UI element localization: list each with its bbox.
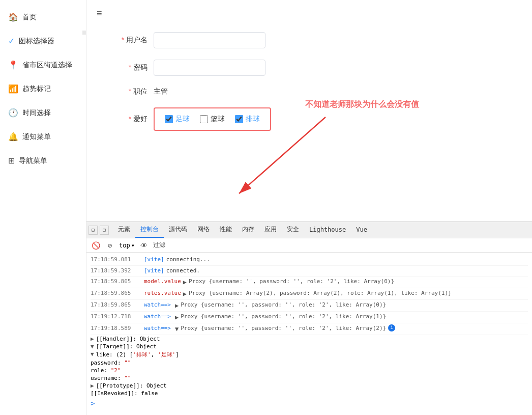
tree-arrow-prototype[interactable]: ▶: [91, 382, 94, 389]
log-arrow-3[interactable]: ▶: [183, 278, 187, 287]
clock-icon: 🕐: [8, 108, 18, 118]
sidebar-item-region-select[interactable]: 📍 省市区街道选择: [0, 53, 86, 77]
tab-network[interactable]: 网络: [192, 222, 215, 238]
username-label: * 用户名: [117, 36, 147, 45]
password-label: * 密码: [117, 63, 147, 72]
log-time-3: 17:18:59.865: [91, 278, 144, 287]
hobby-football[interactable]: 足球: [165, 115, 190, 124]
log-line-5: 17:18:59.865 watch==> ▶ Proxy {username:…: [91, 300, 528, 312]
sidebar-label-time: 时间选择: [22, 108, 51, 118]
log-arrow-4[interactable]: ▶: [183, 289, 187, 298]
sidebar-item-notify-menu[interactable]: 🔔 通知菜单: [0, 125, 86, 149]
hobby-volleyball[interactable]: 排球: [235, 115, 260, 124]
football-checkbox[interactable]: [165, 115, 173, 123]
sidebar-item-trend-mark[interactable]: 📶 趋势标记: [0, 77, 86, 101]
location-icon: 📍: [8, 60, 18, 70]
basketball-label: 篮球: [211, 115, 225, 124]
sidebar-item-home[interactable]: 🏠 首页: [0, 5, 86, 29]
log-arrow-5[interactable]: ▶: [175, 301, 179, 310]
top-label: top: [119, 242, 130, 249]
log-watch-7: watch==>: [144, 324, 171, 334]
form-container: * 用户名 * 密码 * 职位 主管: [86, 27, 532, 152]
username-row: * 用户名: [117, 32, 512, 48]
password-input[interactable]: [154, 60, 265, 76]
devtools-tabs: ⊡ ⊟ 元素 控制台 源代码 网络 性能 内存 应用 安全 Lighthouse…: [86, 222, 532, 238]
devtools-panel: ⊡ ⊟ 元素 控制台 源代码 网络 性能 内存 应用 安全 Lighthouse…: [86, 222, 532, 415]
tree-target: ▼ [[Target]]: Object: [91, 343, 528, 350]
tree-target-text: [[Target]]: Object: [96, 343, 157, 350]
log-line-6: 17:19:12.718 watch==> ▶ Proxy {username:…: [91, 312, 528, 323]
tab-application[interactable]: 应用: [259, 222, 282, 238]
device-icon[interactable]: ⊟: [100, 226, 109, 235]
tree-arrow-target[interactable]: ▼: [91, 343, 94, 350]
inspect-icon[interactable]: ⊡: [88, 226, 98, 235]
hobby-row: * 爱好 足球 篮球 排球: [117, 107, 512, 131]
tree-role-text: role: "2": [91, 367, 121, 374]
log-arrow-7[interactable]: ▼: [175, 324, 179, 334]
log-text-1: connecting...: [166, 256, 210, 264]
password-row: * 密码: [117, 60, 512, 76]
role-label: * 职位: [117, 87, 147, 96]
tree-handler: ▶ [[Handler]]: Object: [91, 335, 528, 343]
sidebar-item-icon-selector[interactable]: ✓ 图标选择器: [0, 29, 86, 53]
log-line-4: 17:18:59.865 rules.value ▶ Proxy {userna…: [91, 288, 528, 300]
tab-memory[interactable]: 内存: [237, 222, 259, 238]
filter-icon[interactable]: ⊘: [105, 240, 115, 251]
cursor-symbol: >: [91, 399, 95, 407]
log-arrow-6[interactable]: ▶: [175, 313, 179, 322]
hobby-box: 足球 篮球 排球: [154, 107, 271, 131]
sidebar-item-time-select[interactable]: 🕐 时间选择: [0, 101, 86, 125]
expand-tree: ▶ [[Handler]]: Object ▼ [[Target]]: Obje…: [91, 335, 528, 397]
log-line-7: 17:19:18.589 watch==> ▼ Proxy {username:…: [91, 323, 528, 335]
tab-sources[interactable]: 源代码: [164, 222, 192, 238]
tab-elements[interactable]: 元素: [113, 222, 135, 238]
log-time-1: 17:18:59.081: [91, 256, 144, 264]
hamburger-icon[interactable]: ≡: [86, 0, 532, 27]
tree-password: password: "": [91, 359, 528, 367]
tree-like-text: like: (2) ['排球', '足球']: [96, 351, 179, 358]
devtools-toolbar: 🚫 ⊘ top ▾ 👁 过滤: [86, 238, 532, 253]
username-input[interactable]: [154, 32, 265, 48]
sidebar-label-region: 省市区街道选择: [22, 61, 72, 70]
devtools-left-icons: ⊡ ⊟: [88, 226, 109, 235]
tab-lighthouse[interactable]: Lighthouse: [304, 223, 351, 237]
sidebar-label-nav: 导航菜单: [19, 156, 47, 165]
log-proxy-5: Proxy {username: '', password: '', role:…: [181, 301, 386, 310]
check-icon: ✓: [8, 36, 15, 46]
tree-isrevoked-text: [[IsRevoked]]: false: [91, 390, 158, 397]
tree-prototype: ▶ [[Prototype]]: Object: [91, 382, 528, 390]
devtools-content: 17:18:59.081 [vite] connecting... 17:18:…: [86, 253, 532, 415]
tab-performance[interactable]: 性能: [215, 222, 237, 238]
tree-arrow-like[interactable]: ▼: [91, 351, 94, 357]
log-source-2: [vite]: [144, 267, 164, 275]
top-select[interactable]: top ▾: [119, 242, 135, 249]
tree-username-text: username: "": [91, 375, 131, 381]
eye-icon[interactable]: 👁: [139, 240, 149, 251]
username-label-text: 用户名: [126, 36, 147, 44]
log-proxy-6: Proxy {username: '', password: '', role:…: [181, 313, 386, 322]
log-label-4: rules.value: [144, 289, 181, 298]
tab-security[interactable]: 安全: [282, 222, 304, 238]
tree-prototype-text: [[Prototype]]: Object: [96, 382, 167, 389]
sidebar-label-icon-selector: 图标选择器: [19, 37, 54, 46]
bell-icon: 🔔: [8, 132, 18, 142]
tree-isrevoked: [[IsRevoked]]: false: [91, 390, 528, 397]
top-chevron: ▾: [131, 242, 135, 249]
tree-handler-text: [[Handler]]: Object: [96, 336, 160, 342]
volleyball-checkbox[interactable]: [235, 115, 243, 123]
tree-arrow-handler[interactable]: ▶: [91, 336, 94, 342]
tab-vue[interactable]: Vue: [351, 223, 372, 237]
clear-icon[interactable]: 🚫: [91, 240, 101, 251]
sidebar-item-nav-menu[interactable]: ⊞ 导航菜单: [0, 149, 86, 173]
hobby-basketball[interactable]: 篮球: [200, 115, 225, 124]
required-star-username: *: [122, 36, 124, 44]
tab-console[interactable]: 控制台: [135, 222, 164, 238]
cursor-row[interactable]: >: [91, 397, 528, 409]
log-watch-6: watch==>: [144, 313, 171, 322]
main-area: ≡ * 用户名 * 密码 *: [86, 0, 532, 415]
log-line-1: 17:18:59.081 [vite] connecting...: [91, 255, 528, 266]
log-line-3: 17:18:59.865 model.value ▶ Proxy {userna…: [91, 276, 528, 288]
tree-password-text: password: "": [91, 359, 131, 366]
basketball-checkbox[interactable]: [200, 115, 208, 123]
log-time-6: 17:19:12.718: [91, 313, 144, 322]
